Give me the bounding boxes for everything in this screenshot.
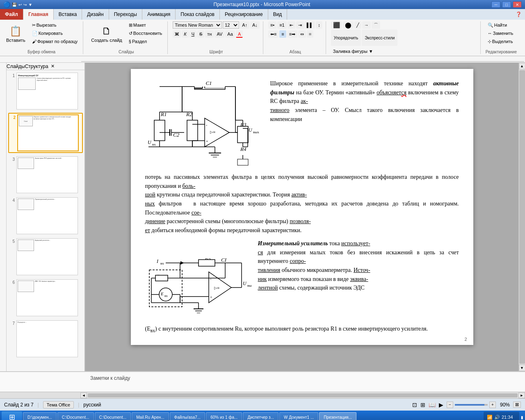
- tab-insert[interactable]: Вставка: [54, 9, 82, 20]
- theme-button[interactable]: Тема Office: [43, 401, 74, 409]
- tab-review[interactable]: Рецензирование: [220, 9, 268, 20]
- normal-view-btn[interactable]: ⊡: [412, 402, 417, 408]
- case-btn[interactable]: Аа: [225, 30, 235, 38]
- font-family-select[interactable]: Times New Roman: [173, 21, 222, 29]
- tab-slideshow[interactable]: Показ слайдов: [176, 9, 220, 20]
- tab-file[interactable]: Файл: [0, 9, 23, 20]
- slide-thumb-6: ИМС 741 базовые параметры...: [16, 279, 78, 316]
- vertical-scrollbar[interactable]: ▲ ▼: [518, 63, 525, 371]
- notes-area[interactable]: Заметки к слайду: [0, 371, 525, 392]
- find-btn[interactable]: 🔍Найти: [486, 21, 515, 29]
- taskbar-btn-1[interactable]: D:\докумен...: [23, 412, 57, 420]
- taskbar-btn-9[interactable]: Презентация...: [319, 412, 356, 420]
- align-left-btn[interactable]: ⬅≡: [268, 30, 278, 38]
- reading-view-btn[interactable]: 📖: [429, 402, 436, 408]
- taskbar-btn-6[interactable]: 60% из 1 фа...: [206, 412, 242, 420]
- font-size-select[interactable]: 12: [223, 21, 239, 29]
- taskbar-btn-2[interactable]: C:\Document...: [57, 412, 94, 420]
- tab-home[interactable]: Главная: [23, 9, 54, 20]
- scroll-right-btn[interactable]: ►: [518, 393, 525, 398]
- taskbar-btn-5[interactable]: Файлы/asa7...: [170, 412, 205, 420]
- sidebar-tab-structure[interactable]: Структура: [25, 64, 48, 69]
- start-button[interactable]: ⊞: [2, 411, 22, 420]
- taskbar-btn-3[interactable]: C:\Document...: [95, 412, 131, 420]
- underline-btn[interactable]: Ч: [189, 30, 196, 38]
- tab-view[interactable]: Вид: [268, 9, 288, 20]
- arrange-btn[interactable]: Упорядочить: [331, 30, 361, 46]
- slide-canvas[interactable]: C1: [131, 69, 473, 345]
- increase-font-btn[interactable]: A↑: [240, 21, 249, 29]
- font-color-btn[interactable]: А: [236, 30, 243, 38]
- strikethrough-btn[interactable]: S: [197, 30, 204, 38]
- quick-styles-btn[interactable]: Экспресс-стили: [362, 30, 397, 46]
- decrease-font-btn[interactable]: A↓: [250, 21, 260, 29]
- slide-item-7[interactable]: 7 В процессе ...: [8, 320, 83, 358]
- zoom-in-btn[interactable]: +: [489, 402, 496, 408]
- tab-design[interactable]: Дизайн: [82, 9, 109, 20]
- zoom-slider[interactable]: [455, 404, 488, 406]
- slide-item-5[interactable]: 5 Буферный усилитель...: [8, 237, 83, 276]
- close-btn[interactable]: ✕: [513, 1, 522, 8]
- tab-transitions[interactable]: Переходы: [109, 9, 142, 20]
- taskbar-btn-8[interactable]: W Документ1 ...: [279, 412, 318, 420]
- slide-item-3[interactable]: 3 Захват фазы РЛЛ управление частотой...: [8, 155, 83, 194]
- columns-btn[interactable]: ▌▌: [305, 21, 315, 29]
- bullets-btn[interactable]: ≡•: [268, 21, 276, 29]
- scroll-down-btn[interactable]: ▼: [519, 365, 525, 371]
- slide-item-2[interactable]: 2 Circuit Широкое применение в измерител…: [8, 113, 83, 153]
- svg-text:+: +: [210, 295, 212, 299]
- layout-button[interactable]: ⊞Макет: [127, 21, 164, 29]
- select-btn[interactable]: ⊹Выделить: [486, 38, 515, 45]
- slide-sorter-btn[interactable]: ⊞: [420, 402, 425, 408]
- copy-button[interactable]: 📄Копировать: [30, 30, 80, 37]
- section-button[interactable]: §Раздел: [127, 38, 164, 45]
- align-center-btn[interactable]: ≡: [279, 30, 286, 38]
- taskbar-btn-4[interactable]: Mail.Ru Арен...: [132, 412, 169, 420]
- indent-more-btn[interactable]: ⇥: [296, 21, 304, 29]
- align-justify-btn[interactable]: ⇔: [298, 30, 306, 38]
- slide-item-1[interactable]: 1 Инвертирующий ОУ Схема инвертирующего …: [8, 72, 83, 110]
- taskbar-btn-7[interactable]: Диспетчер з...: [243, 412, 278, 420]
- new-slide-button[interactable]: 🗋 Создать слайд: [88, 21, 125, 47]
- paste-button[interactable]: 📋 Вставить: [3, 21, 28, 47]
- slideshow-btn[interactable]: ▶: [439, 402, 443, 408]
- shadow-btn[interactable]: тн: [205, 30, 214, 38]
- shape-btn[interactable]: ⬛: [331, 21, 342, 29]
- connector-btn[interactable]: ⌒: [372, 21, 380, 29]
- cut-button[interactable]: ✂Вырезать: [30, 21, 80, 29]
- scroll-thumb-h[interactable]: [88, 393, 518, 397]
- status-bar: Слайд 2 из 7 | Тема Office | русский ⊡ ⊞…: [0, 398, 525, 411]
- format-painter-button[interactable]: 🖌Формат по образцу: [30, 38, 80, 45]
- slide-panel: Слайды Структура ✕ 1 Инвертирующий ОУ Сх…: [7, 63, 85, 371]
- svg-text:-: -: [206, 123, 207, 127]
- slide-item-6[interactable]: 6 ИМС 741 базовые параметры...: [8, 278, 83, 317]
- tab-animation[interactable]: Анимация: [142, 9, 176, 20]
- horizontal-scrollbar[interactable]: ◄ ►: [0, 392, 525, 398]
- minimize-btn[interactable]: ─: [491, 1, 500, 8]
- bold-btn[interactable]: Ж: [173, 30, 181, 38]
- numbering-btn[interactable]: ≡1: [277, 21, 287, 29]
- arrow-btn[interactable]: →: [362, 21, 371, 29]
- sidebar-tab-slides[interactable]: Слайды: [7, 64, 25, 69]
- font-spacing-btn[interactable]: AV: [215, 30, 224, 38]
- line-spacing-btn[interactable]: ↕: [316, 21, 322, 29]
- circle-btn[interactable]: ⬤: [343, 21, 354, 29]
- slide-item-4[interactable]: 4 Параметрический усилитель...: [8, 196, 83, 235]
- scroll-left-btn[interactable]: ◄: [80, 393, 87, 398]
- show-desktop-btn[interactable]: ▮: [521, 415, 523, 420]
- indent-less-btn[interactable]: ⇤: [288, 21, 295, 29]
- replace-btn[interactable]: ↔Заменить: [486, 30, 515, 37]
- reset-button[interactable]: ↺Восстановить: [127, 30, 164, 37]
- zoom-out-btn[interactable]: −: [447, 402, 453, 408]
- smart-art-btn[interactable]: ⌗: [307, 30, 313, 38]
- help-icon[interactable]: ❓: [516, 11, 522, 17]
- italic-btn[interactable]: К: [182, 30, 188, 38]
- scroll-up-btn[interactable]: ▲: [519, 63, 525, 69]
- fit-page-btn[interactable]: ⊠: [513, 402, 521, 408]
- sidebar-close-btn[interactable]: ✕: [48, 63, 57, 70]
- fill-btn[interactable]: Заливка фигуры ▼: [331, 48, 379, 55]
- scroll-thumb-v[interactable]: [519, 70, 525, 364]
- line-btn[interactable]: ╱: [354, 21, 361, 29]
- maximize-btn[interactable]: □: [502, 1, 511, 8]
- align-right-btn[interactable]: ≡➡: [287, 30, 297, 38]
